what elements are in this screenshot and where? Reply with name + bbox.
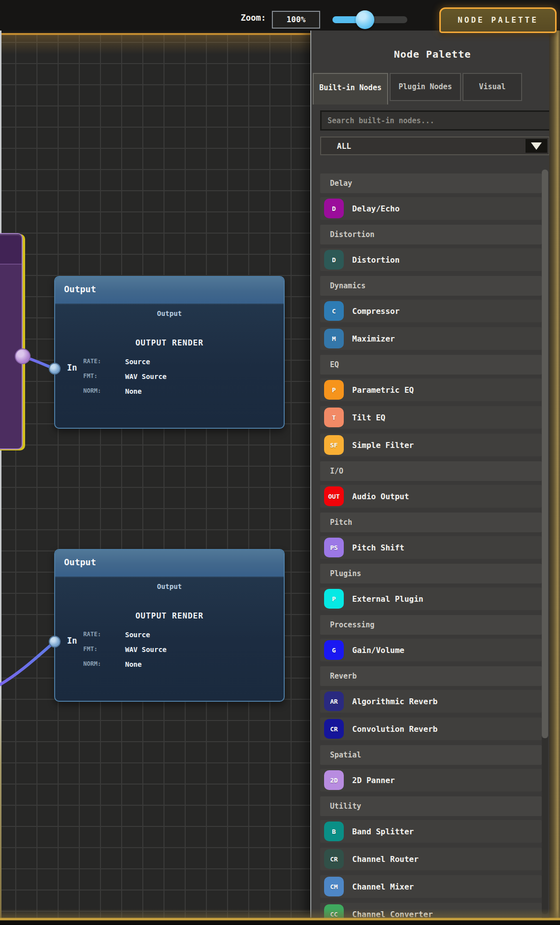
node-type-badge: T xyxy=(324,408,344,427)
node-list-item[interactable]: TTilt EQ xyxy=(320,406,542,429)
node-subtitle: Output xyxy=(55,309,284,317)
node-list-item[interactable]: OUTAudio Output xyxy=(320,485,542,508)
param-key: FMT: xyxy=(83,373,98,379)
node-type-badge: D xyxy=(324,199,344,218)
input-port[interactable] xyxy=(49,636,61,648)
node-list-item[interactable]: DDelay/Echo xyxy=(320,197,542,220)
param-key: RATE: xyxy=(83,631,101,638)
param-key: RATE: xyxy=(83,358,101,365)
category-header: Spatial xyxy=(320,745,542,765)
output-node-1[interactable]: Output Output OUTPUT RENDER RATE: Source… xyxy=(54,276,285,429)
scrollbar-thumb[interactable] xyxy=(542,170,548,738)
node-list-item[interactable]: CCompressor xyxy=(320,300,542,322)
node-type-badge: C xyxy=(324,301,344,321)
node-item-label: Band Splitter xyxy=(352,827,414,836)
node-list-item[interactable]: CRChannel Router xyxy=(320,848,542,870)
node-item-label: Audio Output xyxy=(352,492,409,501)
node-list-item[interactable]: 2D2D Panner xyxy=(320,769,542,791)
node-type-badge: P xyxy=(324,380,344,400)
param-row: NORM: None xyxy=(55,387,284,398)
category-header: Reverb xyxy=(320,666,542,686)
node-item-label: Parametric EQ xyxy=(352,385,414,395)
node-graph-canvas[interactable]: Output Output OUTPUT RENDER RATE: Source… xyxy=(0,31,310,925)
node-list-item[interactable]: CRConvolution Reverb xyxy=(320,718,542,740)
node-item-label: Distortion xyxy=(352,255,399,265)
category-header: Distortion xyxy=(320,225,542,244)
param-row: RATE: Source xyxy=(55,631,284,642)
node-item-label: External Plugin xyxy=(352,594,424,604)
node-item-label: Gain/Volume xyxy=(352,646,404,655)
node-list-item[interactable]: BBand Splitter xyxy=(320,820,542,843)
input-port[interactable] xyxy=(49,363,61,375)
category-filter-dropdown[interactable]: ALL xyxy=(320,137,550,155)
input-port-label: In xyxy=(67,363,77,373)
node-type-badge: 2D xyxy=(324,770,344,790)
category-header: Pitch xyxy=(320,513,542,532)
category-header: Delay xyxy=(320,173,542,193)
search-input[interactable] xyxy=(320,110,557,131)
node-header[interactable]: Output xyxy=(55,277,284,305)
node-list-item[interactable]: PParametric EQ xyxy=(320,378,542,401)
node-list-item[interactable]: SFSimple Filter xyxy=(320,434,542,456)
node-item-label: Tilt EQ xyxy=(352,413,385,422)
node-list-item[interactable]: PExternal Plugin xyxy=(320,587,542,610)
param-row: NORM: None xyxy=(55,660,284,671)
category-header: EQ xyxy=(320,355,542,375)
node-type-badge: B xyxy=(324,822,344,841)
zoom-value-input[interactable]: 100% xyxy=(272,11,320,29)
node-palette-toggle-button[interactable]: NODE PALETTE xyxy=(439,7,557,33)
tab-built-in-nodes[interactable]: Built-in Nodes xyxy=(313,73,388,104)
param-key: FMT: xyxy=(83,646,98,652)
node-list-item[interactable]: PSPitch Shift xyxy=(320,536,542,559)
zoom-slider[interactable] xyxy=(332,16,407,23)
category-header: Utility xyxy=(320,796,542,816)
tab-visual[interactable]: Visual xyxy=(462,73,522,101)
node-palette-panel: Node Palette Built-in Nodes Plugin Nodes… xyxy=(310,31,560,918)
node-subtitle: Output xyxy=(55,582,284,590)
category-header: Plugins xyxy=(320,564,542,583)
param-row: FMT: WAV Source xyxy=(55,646,284,656)
param-value: WAV Source xyxy=(125,646,166,653)
node-type-badge: SF xyxy=(324,435,344,455)
param-value: None xyxy=(125,387,142,395)
category-header: Dynamics xyxy=(320,276,542,296)
source-node-header[interactable] xyxy=(0,234,22,265)
node-type-badge: P xyxy=(324,589,344,609)
node-item-label: Maximizer xyxy=(352,334,395,343)
node-list-item[interactable]: MMaximizer xyxy=(320,327,542,350)
node-header[interactable]: Output xyxy=(55,550,284,578)
node-type-badge: G xyxy=(324,640,344,660)
dropdown-arrow-box[interactable] xyxy=(526,139,547,153)
node-item-label: Channel Router xyxy=(352,855,419,864)
node-type-badge: CC xyxy=(324,904,344,924)
param-value: None xyxy=(125,660,142,668)
node-item-label: 2D Panner xyxy=(352,776,395,785)
node-item-label: Pitch Shift xyxy=(352,543,404,552)
dropdown-selected-value: ALL xyxy=(337,141,351,151)
output-node-2[interactable]: Output Output OUTPUT RENDER RATE: Source… xyxy=(54,549,285,702)
node-list-item[interactable]: CCChannel Converter xyxy=(320,903,542,925)
tab-plugin-nodes[interactable]: Plugin Nodes xyxy=(390,73,461,101)
output-port[interactable] xyxy=(15,348,31,364)
node-list: DelayDDelay/EchoDistortionDDistortionDyn… xyxy=(320,173,542,925)
node-list-item[interactable]: DDistortion xyxy=(320,248,542,271)
param-value: Source xyxy=(125,631,150,639)
node-list-item[interactable]: GGain/Volume xyxy=(320,639,542,661)
input-port-label: In xyxy=(67,636,77,646)
zoom-slider-thumb[interactable] xyxy=(356,10,374,29)
zoom-label: Zoom: xyxy=(207,13,266,23)
node-title: Output xyxy=(64,557,96,567)
source-node-partial[interactable] xyxy=(0,233,23,449)
node-type-badge: CR xyxy=(324,849,344,869)
category-header: I/O xyxy=(320,461,542,481)
param-value: Source xyxy=(125,358,150,366)
node-render-label: OUTPUT RENDER xyxy=(55,338,284,347)
node-type-badge: CM xyxy=(324,877,344,896)
edge-layer xyxy=(0,31,310,925)
node-list-item[interactable]: ARAlgorithmic Reverb xyxy=(320,690,542,713)
node-list-item[interactable]: CMChannel Mixer xyxy=(320,875,542,898)
node-type-badge: CR xyxy=(324,719,344,739)
param-key: NORM: xyxy=(83,387,101,394)
node-title: Output xyxy=(64,284,96,294)
chevron-down-icon xyxy=(531,142,542,150)
